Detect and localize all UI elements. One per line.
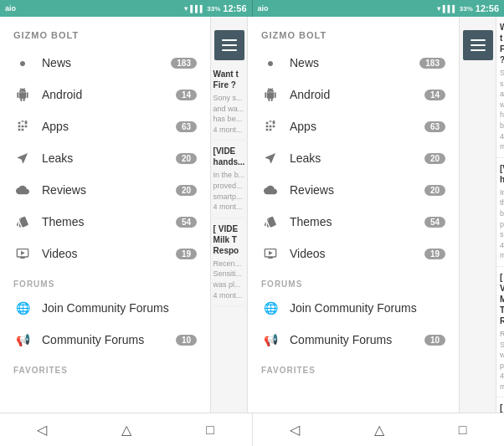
nav-item-leaks-r[interactable]: Leaks 20 [248, 142, 459, 174]
videos-badge: 19 [176, 249, 197, 259]
apps-label: Apps [42, 120, 176, 133]
join-forums-label-r: Join Community Forums [290, 301, 445, 315]
leaks-icon-r [261, 149, 280, 167]
hamburger-line-2 [222, 44, 237, 46]
far-article-3[interactable]: [ VIDESensi...Player Yester... [496, 397, 504, 413]
nav-item-news[interactable]: ● News 183 [0, 47, 210, 79]
themes-label: Themes [42, 215, 176, 228]
far-article-1[interactable]: [VIDEhands... In the b...proved...smartp… [496, 158, 504, 267]
forums-section-label-r: FORUMS [248, 269, 459, 292]
news-badge: 183 [171, 58, 197, 69]
recent-button-right[interactable]: □ [459, 423, 467, 438]
far-article-title-3: [ VIDESensi...Player [500, 402, 501, 413]
far-article-meta-0: Sony s...and wa...has be...4 mont... [500, 68, 501, 152]
forums-section-label: FORUMS [0, 269, 210, 292]
reviews-badge: 20 [176, 185, 197, 196]
back-button-left[interactable]: ◁ [37, 422, 47, 438]
globe-icon: 🌐 [13, 299, 32, 317]
hamburger-button[interactable] [214, 30, 244, 60]
apps-icon-r [261, 117, 280, 136]
reviews-label-r: Reviews [290, 183, 424, 197]
videos-icon [13, 244, 32, 263]
apps-icon [13, 117, 32, 136]
themes-badge-r: 54 [424, 217, 445, 228]
nav-item-videos[interactable]: Videos 19 [0, 238, 210, 269]
nav-item-join-forums[interactable]: 🌐 Join Community Forums [0, 292, 210, 324]
nav-item-android-r[interactable]: Android 14 [248, 79, 459, 110]
android-label: Android [42, 88, 176, 101]
leaks-icon [13, 149, 32, 167]
android-label-r: Android [290, 88, 424, 101]
time-left: 12:56 [223, 3, 246, 13]
bottom-nav-right: ◁ △ □ [253, 413, 505, 446]
leaks-badge-r: 20 [424, 153, 445, 164]
far-article-title-0: Want tFire ? [500, 22, 501, 65]
article-meta-2: Recen...Sensiti...was pl...4 mont... [213, 259, 245, 300]
middle-panel: Want tFire ? Sony s...and wa...has be...… [211, 17, 248, 413]
nav-item-news-r[interactable]: ● News 183 [248, 47, 459, 79]
wifi-icon-right: ▾ [437, 5, 440, 13]
nav-item-themes-r[interactable]: Themes 54 [248, 206, 459, 238]
nav-item-themes[interactable]: Themes 54 [0, 206, 210, 238]
battery-right: 33% [460, 5, 473, 13]
carrier-right: aio [258, 4, 269, 13]
videos-label: Videos [42, 247, 176, 260]
hamburger-line-r-3 [471, 49, 486, 51]
home-button-right[interactable]: △ [374, 422, 384, 438]
far-article-2[interactable]: [ VIDEMilk TRespo Recen...Sensiti...was … [496, 267, 504, 398]
nav-item-leaks[interactable]: Leaks 20 [0, 142, 210, 174]
videos-icon-r [261, 244, 280, 263]
news-label-r: News [290, 56, 419, 69]
apps-label-r: Apps [290, 120, 424, 133]
right-drawer: GIZMO BOLT ● News 183 Android 14 Apps 63… [248, 17, 460, 413]
videos-badge-r: 19 [424, 249, 445, 259]
apps-badge: 63 [176, 121, 197, 132]
nav-item-community-forums-r[interactable]: 📢 Community Forums 10 [248, 324, 459, 356]
carrier-left: aio [5, 4, 16, 13]
community-forums-label: Community Forums [42, 333, 176, 346]
wifi-icon: ▾ [184, 5, 188, 13]
globe-icon-r: 🌐 [261, 299, 280, 317]
news-label: News [42, 56, 171, 69]
back-button-right[interactable]: ◁ [290, 422, 300, 438]
left-drawer: GIZMO BOLT ● News 183 Android 14 Apps 63… [0, 17, 211, 413]
status-bar-right: aio ▾ ▌▌▌ 33% 12:56 [253, 0, 505, 17]
nav-item-reviews[interactable]: Reviews 20 [0, 174, 210, 206]
nav-item-reviews-r[interactable]: Reviews 20 [248, 174, 459, 206]
home-button-left[interactable]: △ [121, 422, 131, 438]
nav-item-join-forums-r[interactable]: 🌐 Join Community Forums [248, 292, 459, 324]
hamburger-line-r-1 [471, 39, 486, 41]
recent-button-left[interactable]: □ [206, 423, 214, 438]
middle-article-list: Want tFire ? Sony s...and wa...has be...… [210, 64, 249, 413]
leaks-badge: 20 [176, 153, 197, 164]
megaphone-icon-r: 📢 [261, 331, 280, 349]
far-article-0[interactable]: Want tFire ? Sony s...and wa...has be...… [496, 17, 504, 158]
far-article-meta-2: Recen...Sensiti...was pl...4 mont... [500, 329, 501, 392]
android-badge: 14 [176, 90, 197, 100]
article-item-1[interactable]: [VIDEhands... In the b...proved...smartp… [210, 141, 249, 218]
nav-item-community-forums[interactable]: 📢 Community Forums 10 [0, 324, 210, 356]
nav-item-apps[interactable]: Apps 63 [0, 110, 210, 142]
themes-icon-r [261, 213, 280, 231]
join-forums-label: Join Community Forums [42, 301, 197, 315]
article-item-0[interactable]: Want tFire ? Sony s...and wa...has be...… [210, 64, 249, 141]
far-right-article-preview: Want tFire ? Sony s...and wa...has be...… [496, 17, 504, 413]
article-item-2[interactable]: [ VIDEMilk TRespo Recen...Sensiti...was … [210, 218, 249, 306]
hamburger-button-right[interactable] [463, 30, 493, 60]
nav-item-android[interactable]: Android 14 [0, 79, 210, 110]
time-right: 12:56 [476, 3, 499, 13]
battery-left: 33% [207, 5, 220, 13]
status-bar-left: aio ▾ ▌▌▌ 33% 12:56 [0, 0, 252, 17]
themes-icon [13, 213, 32, 231]
favorites-section-label: FAVORITES [0, 356, 210, 378]
far-article-title-1: [VIDEhands... [500, 163, 501, 185]
nav-item-apps-r[interactable]: Apps 63 [248, 110, 459, 142]
android-icon [13, 85, 32, 104]
far-right-hamburger-panel [460, 17, 496, 413]
reviews-badge-r: 20 [424, 185, 445, 196]
article-title-2: [ VIDEMilk TRespo [213, 223, 245, 256]
nav-item-videos-r[interactable]: Videos 19 [248, 238, 459, 269]
reviews-icon-r [261, 181, 280, 199]
themes-badge: 54 [176, 217, 197, 228]
apps-badge-r: 63 [424, 121, 445, 132]
